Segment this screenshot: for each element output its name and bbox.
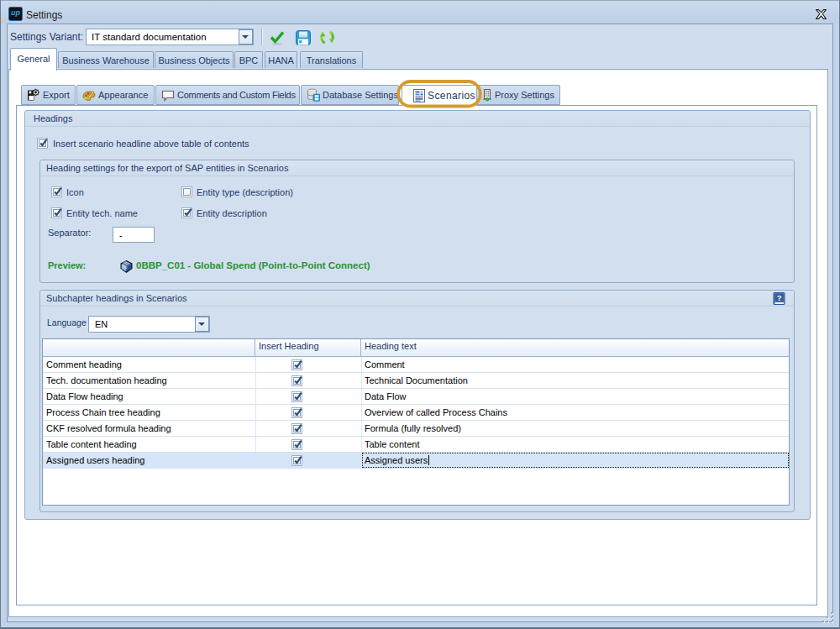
svg-text:?: ? [777,293,782,302]
